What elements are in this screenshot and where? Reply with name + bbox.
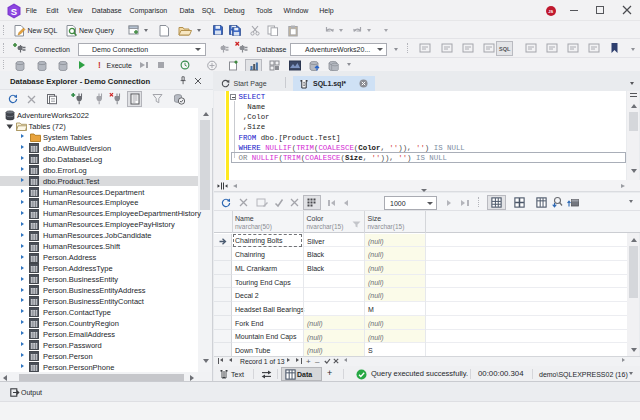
svg-text:S: S	[11, 6, 17, 17]
